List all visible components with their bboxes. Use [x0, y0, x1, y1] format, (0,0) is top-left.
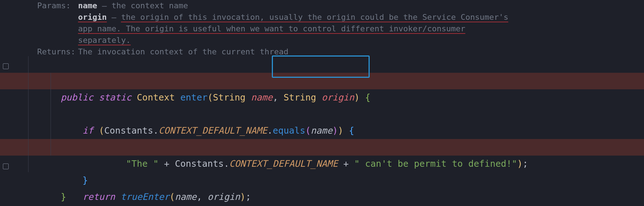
javadoc-block: Params: name – the context name origin –… — [37, 0, 637, 58]
doc-param-name-2: origin — [78, 13, 106, 22]
indent-guide — [28, 156, 29, 172]
doc-param-desc-2c: separately. — [78, 36, 131, 45]
doc-param-desc-2b: app name. The origin is useful when we w… — [78, 24, 465, 34]
indent-guide — [51, 122, 51, 139]
indent-guide — [28, 73, 29, 89]
indent-guide — [28, 122, 29, 139]
indent-guide — [28, 106, 29, 122]
doc-param-desc-1: – the context name — [97, 1, 188, 10]
doc-dash: – — [107, 13, 121, 22]
indent-guide — [28, 89, 29, 106]
brace-close: } — [61, 192, 66, 202]
code-line[interactable]: return trueEnter(name, origin); — [0, 139, 644, 156]
indent-guide — [51, 139, 51, 156]
var-origin: origin — [208, 192, 240, 202]
code-line[interactable]: } — [0, 156, 644, 172]
code-line[interactable]: if (Constants.CONTEXT_DEFAULT_NAME.equal… — [0, 73, 644, 89]
code-line[interactable]: "The " + Constants.CONTEXT_DEFAULT_NAME … — [0, 106, 644, 122]
paren-close: ) — [240, 192, 245, 202]
code-line[interactable]: public static Context enter(String name,… — [0, 56, 644, 73]
method-trueenter: trueEnter — [121, 192, 169, 202]
indent-guide — [28, 139, 29, 156]
indent-guide — [51, 106, 51, 122]
indent-guide — [51, 73, 51, 89]
indent-guide — [51, 89, 51, 106]
doc-param-desc-2a: the origin of this invocation, usually t… — [121, 13, 508, 22]
doc-params-line: Params: name – the context name — [37, 0, 637, 12]
doc-params-line: app name. The origin is useful when we w… — [37, 23, 637, 35]
code-line[interactable]: throw new ContextNameDefineException( — [0, 89, 644, 106]
doc-params-line: origin – the origin of this invocation, … — [37, 12, 637, 23]
code-line[interactable]: } — [0, 122, 644, 139]
indent-guide — [28, 56, 29, 73]
var-name: name — [175, 192, 196, 202]
doc-params-label: Params: — [37, 0, 73, 12]
doc-returns-text: The invocation context of the current th… — [73, 47, 288, 56]
doc-param-name-1: name — [78, 1, 97, 10]
code-area[interactable]: public static Context enter(String name,… — [0, 56, 644, 172]
doc-params-line: separately. — [37, 35, 637, 46]
editor-canvas: Params: name – the context name origin –… — [0, 0, 644, 206]
brace-close: } — [83, 175, 88, 185]
keyword-return: return — [83, 192, 115, 202]
paren-open: ( — [169, 192, 175, 202]
